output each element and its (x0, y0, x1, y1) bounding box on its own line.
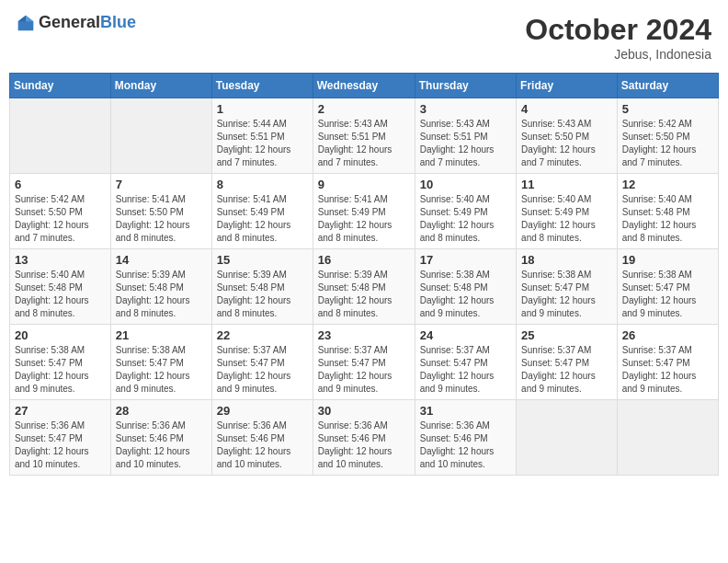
day-detail: Sunrise: 5:41 AM Sunset: 5:49 PM Dayligh… (318, 193, 410, 245)
weekday-header: Saturday (617, 74, 718, 98)
day-number: 21 (116, 328, 207, 342)
calendar-cell: 14Sunrise: 5:39 AM Sunset: 5:48 PM Dayli… (110, 249, 211, 325)
day-detail: Sunrise: 5:42 AM Sunset: 5:50 PM Dayligh… (15, 193, 106, 245)
weekday-header: Monday (110, 74, 211, 98)
calendar-cell: 3Sunrise: 5:43 AM Sunset: 5:51 PM Daylig… (415, 98, 516, 174)
day-number: 18 (521, 253, 612, 267)
day-detail: Sunrise: 5:38 AM Sunset: 5:47 PM Dayligh… (521, 269, 612, 320)
day-detail: Sunrise: 5:39 AM Sunset: 5:48 PM Dayligh… (318, 269, 410, 320)
calendar-header: SundayMondayTuesdayWednesdayThursdayFrid… (10, 74, 719, 98)
calendar-cell: 8Sunrise: 5:41 AM Sunset: 5:49 PM Daylig… (211, 174, 313, 249)
logo: GeneralBlue (17, 13, 136, 32)
title-block: October 2024 Jebus, Indonesia (525, 13, 711, 62)
calendar-cell (617, 400, 718, 476)
weekday-header: Tuesday (211, 74, 313, 98)
day-detail: Sunrise: 5:37 AM Sunset: 5:47 PM Dayligh… (622, 344, 713, 396)
day-detail: Sunrise: 5:41 AM Sunset: 5:50 PM Dayligh… (116, 193, 207, 245)
day-detail: Sunrise: 5:39 AM Sunset: 5:48 PM Dayligh… (116, 269, 207, 320)
day-number: 3 (420, 102, 511, 116)
day-number: 15 (217, 253, 308, 267)
day-detail: Sunrise: 5:37 AM Sunset: 5:47 PM Dayligh… (217, 344, 308, 396)
calendar-week-row: 13Sunrise: 5:40 AM Sunset: 5:48 PM Dayli… (10, 249, 719, 325)
day-detail: Sunrise: 5:36 AM Sunset: 5:46 PM Dayligh… (116, 419, 207, 471)
calendar-cell: 22Sunrise: 5:37 AM Sunset: 5:47 PM Dayli… (211, 325, 313, 400)
weekday-header: Wednesday (313, 74, 415, 98)
calendar-cell: 16Sunrise: 5:39 AM Sunset: 5:48 PM Dayli… (313, 249, 415, 325)
calendar-cell: 26Sunrise: 5:37 AM Sunset: 5:47 PM Dayli… (617, 325, 718, 400)
calendar-cell: 1Sunrise: 5:44 AM Sunset: 5:51 PM Daylig… (211, 98, 313, 174)
calendar-cell: 9Sunrise: 5:41 AM Sunset: 5:49 PM Daylig… (313, 174, 415, 249)
day-detail: Sunrise: 5:37 AM Sunset: 5:47 PM Dayligh… (318, 344, 410, 396)
calendar-cell: 13Sunrise: 5:40 AM Sunset: 5:48 PM Dayli… (10, 249, 111, 325)
calendar-cell: 2Sunrise: 5:43 AM Sunset: 5:51 PM Daylig… (313, 98, 415, 174)
day-number: 10 (420, 178, 511, 191)
day-detail: Sunrise: 5:42 AM Sunset: 5:50 PM Dayligh… (622, 118, 713, 169)
day-number: 29 (217, 404, 308, 418)
day-number: 19 (622, 253, 713, 267)
calendar-cell: 24Sunrise: 5:37 AM Sunset: 5:47 PM Dayli… (415, 325, 516, 400)
calendar-cell: 5Sunrise: 5:42 AM Sunset: 5:50 PM Daylig… (617, 98, 718, 174)
day-detail: Sunrise: 5:38 AM Sunset: 5:48 PM Dayligh… (420, 269, 511, 320)
day-detail: Sunrise: 5:39 AM Sunset: 5:48 PM Dayligh… (217, 269, 308, 320)
weekday-header: Sunday (10, 74, 111, 98)
day-detail: Sunrise: 5:38 AM Sunset: 5:47 PM Dayligh… (116, 344, 207, 396)
calendar-week-row: 1Sunrise: 5:44 AM Sunset: 5:51 PM Daylig… (10, 98, 719, 174)
day-number: 30 (318, 404, 410, 418)
day-detail: Sunrise: 5:40 AM Sunset: 5:48 PM Dayligh… (15, 269, 106, 320)
day-detail: Sunrise: 5:38 AM Sunset: 5:47 PM Dayligh… (622, 269, 713, 320)
day-number: 6 (15, 178, 106, 191)
day-number: 4 (521, 102, 612, 116)
day-detail: Sunrise: 5:36 AM Sunset: 5:46 PM Dayligh… (420, 419, 511, 471)
weekday-header: Thursday (415, 74, 516, 98)
day-detail: Sunrise: 5:36 AM Sunset: 5:46 PM Dayligh… (217, 419, 308, 471)
day-number: 25 (521, 328, 612, 342)
location: Jebus, Indonesia (525, 47, 711, 62)
month-title: October 2024 (525, 13, 711, 47)
logo-text: GeneralBlue (39, 13, 136, 32)
calendar-cell (110, 98, 211, 174)
calendar-cell (517, 400, 618, 476)
svg-marker-1 (26, 15, 33, 21)
day-number: 11 (521, 178, 612, 191)
day-number: 22 (217, 328, 308, 342)
calendar: SundayMondayTuesdayWednesdayThursdayFrid… (9, 73, 719, 476)
calendar-cell: 12Sunrise: 5:40 AM Sunset: 5:48 PM Dayli… (617, 174, 718, 249)
day-detail: Sunrise: 5:37 AM Sunset: 5:47 PM Dayligh… (521, 344, 612, 396)
day-number: 16 (318, 253, 410, 267)
day-number: 17 (420, 253, 511, 267)
calendar-cell: 27Sunrise: 5:36 AM Sunset: 5:47 PM Dayli… (10, 400, 111, 476)
day-number: 23 (318, 328, 410, 342)
calendar-cell: 11Sunrise: 5:40 AM Sunset: 5:49 PM Dayli… (517, 174, 618, 249)
calendar-cell: 25Sunrise: 5:37 AM Sunset: 5:47 PM Dayli… (517, 325, 618, 400)
day-number: 8 (217, 178, 308, 191)
calendar-cell: 20Sunrise: 5:38 AM Sunset: 5:47 PM Dayli… (10, 325, 111, 400)
day-detail: Sunrise: 5:44 AM Sunset: 5:51 PM Dayligh… (217, 118, 308, 169)
day-detail: Sunrise: 5:40 AM Sunset: 5:49 PM Dayligh… (521, 193, 612, 245)
day-detail: Sunrise: 5:37 AM Sunset: 5:47 PM Dayligh… (420, 344, 511, 396)
calendar-body: 1Sunrise: 5:44 AM Sunset: 5:51 PM Daylig… (10, 98, 719, 476)
day-detail: Sunrise: 5:40 AM Sunset: 5:49 PM Dayligh… (420, 193, 511, 245)
day-number: 20 (15, 328, 106, 342)
day-number: 7 (116, 178, 207, 191)
calendar-cell: 23Sunrise: 5:37 AM Sunset: 5:47 PM Dayli… (313, 325, 415, 400)
day-number: 5 (622, 102, 713, 116)
svg-marker-2 (18, 15, 26, 21)
calendar-cell: 17Sunrise: 5:38 AM Sunset: 5:48 PM Dayli… (415, 249, 516, 325)
calendar-cell: 6Sunrise: 5:42 AM Sunset: 5:50 PM Daylig… (10, 174, 111, 249)
logo-icon (17, 14, 35, 32)
day-number: 31 (420, 404, 511, 418)
day-number: 2 (318, 102, 410, 116)
day-detail: Sunrise: 5:40 AM Sunset: 5:48 PM Dayligh… (622, 193, 713, 245)
day-detail: Sunrise: 5:36 AM Sunset: 5:46 PM Dayligh… (318, 419, 410, 471)
logo-blue: Blue (100, 13, 136, 31)
day-detail: Sunrise: 5:43 AM Sunset: 5:51 PM Dayligh… (420, 118, 511, 169)
calendar-cell (10, 98, 111, 174)
calendar-cell: 4Sunrise: 5:43 AM Sunset: 5:50 PM Daylig… (517, 98, 618, 174)
header: GeneralBlue October 2024 Jebus, Indonesi… (9, 9, 719, 65)
day-detail: Sunrise: 5:43 AM Sunset: 5:51 PM Dayligh… (318, 118, 410, 169)
calendar-week-row: 27Sunrise: 5:36 AM Sunset: 5:47 PM Dayli… (10, 400, 719, 476)
day-number: 26 (622, 328, 713, 342)
calendar-cell: 29Sunrise: 5:36 AM Sunset: 5:46 PM Dayli… (211, 400, 313, 476)
day-number: 28 (116, 404, 207, 418)
day-detail: Sunrise: 5:36 AM Sunset: 5:47 PM Dayligh… (15, 419, 106, 471)
